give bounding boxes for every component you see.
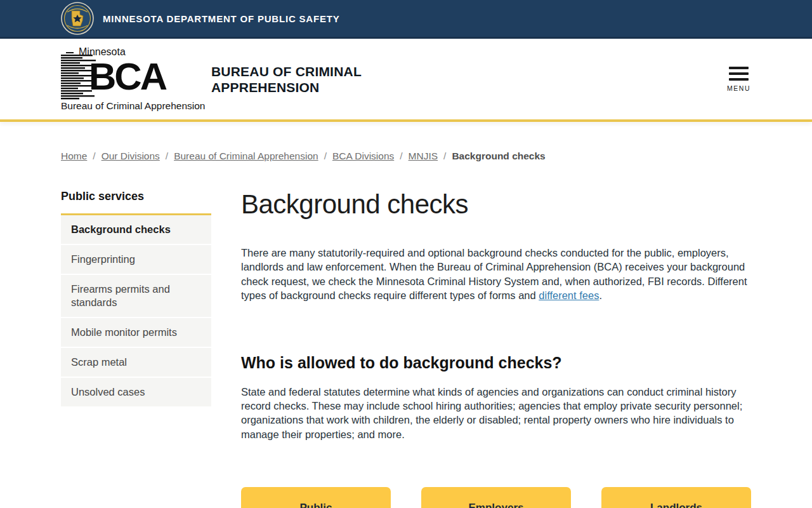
bca-logo-acronym: BCA	[89, 58, 166, 96]
breadcrumb-separator: /	[400, 150, 402, 161]
button-public[interactable]: Public	[241, 487, 391, 508]
sidebar-item-unsolved-cases[interactable]: Unsolved cases	[61, 378, 211, 406]
sidebar-item-firearms-permits-and-standards[interactable]: Firearms permits and standards	[61, 275, 211, 317]
breadcrumb-link-bureau-of-criminal-apprehension[interactable]: Bureau of Criminal Apprehension	[174, 150, 318, 161]
section-heading: Who is allowed to do background checks?	[241, 354, 751, 371]
breadcrumb-link-our-divisions[interactable]: Our Divisions	[102, 150, 160, 161]
breadcrumb: Home/Our Divisions/Bureau of Criminal Ap…	[61, 150, 751, 163]
sidebar-item-label: Mobile monitor permits	[61, 318, 211, 347]
menu-label: MENU	[727, 84, 750, 92]
sidebar-item-scrap-metal[interactable]: Scrap metal	[61, 348, 211, 377]
site-header: Minnesota BCA B	[0, 39, 812, 119]
breadcrumb-current: Background checks	[452, 150, 545, 161]
sidebar: Public services Background checksFingerp…	[61, 190, 211, 406]
intro-text-before: There are many statutorily-required and …	[241, 247, 747, 301]
breadcrumb-link-bca-divisions[interactable]: BCA Divisions	[332, 150, 394, 161]
dps-seal-icon	[61, 2, 94, 35]
site-title-line2: APPREHENSION	[211, 79, 362, 95]
gold-divider	[0, 119, 812, 122]
sidebar-item-label: Fingerprinting	[61, 245, 211, 274]
sidebar-list: Background checksFingerprintingFirearms …	[61, 213, 211, 406]
breadcrumb-separator: /	[324, 150, 327, 161]
different-fees-link[interactable]: different fees	[539, 290, 599, 301]
intro-text-after: .	[599, 290, 602, 301]
bca-logo-minnesota-label: Minnesota	[61, 47, 197, 57]
breadcrumb-link-home[interactable]: Home	[61, 150, 87, 161]
sidebar-item-mobile-monitor-permits[interactable]: Mobile monitor permits	[61, 318, 211, 347]
page: MINNESOTA DEPARTMENT OF PUBLIC SAFETY Mi…	[0, 0, 812, 508]
sidebar-item-label: Background checks	[61, 215, 211, 244]
main-content: Background checks There are many statuto…	[241, 190, 751, 508]
breadcrumb-link-mnjis[interactable]: MNJIS	[409, 150, 438, 161]
button-landlords[interactable]: Landlords	[601, 487, 751, 508]
bca-logo[interactable]: Minnesota BCA B	[61, 47, 197, 112]
sidebar-item-label: Scrap metal	[61, 348, 211, 377]
menu-button[interactable]: MENU	[727, 67, 750, 92]
page-title: Background checks	[241, 190, 751, 219]
agency-title: MINNESOTA DEPARTMENT OF PUBLIC SAFETY	[103, 13, 340, 24]
section-paragraph: State and federal statutes determine wha…	[241, 385, 751, 442]
button-employers[interactable]: Employers	[421, 487, 571, 508]
topbar: MINNESOTA DEPARTMENT OF PUBLIC SAFETY	[0, 0, 812, 39]
hamburger-icon	[729, 67, 749, 81]
sidebar-item-label: Firearms permits and standards	[61, 275, 211, 317]
sidebar-heading: Public services	[61, 190, 211, 203]
breadcrumb-separator: /	[93, 150, 95, 161]
sidebar-item-label: Unsolved cases	[61, 378, 211, 406]
sidebar-item-background-checks[interactable]: Background checks	[61, 215, 211, 244]
bca-logo-bureau-label: Bureau of Criminal Apprehension	[61, 100, 197, 112]
site-title-line1: BUREAU OF CRIMINAL	[211, 64, 362, 79]
site-title: BUREAU OF CRIMINAL APPREHENSION	[211, 64, 362, 95]
audience-buttons: PublicEmployersLandlords	[241, 487, 751, 508]
breadcrumb-separator: /	[443, 150, 446, 161]
intro-paragraph: There are many statutorily-required and …	[241, 246, 751, 303]
sidebar-item-fingerprinting[interactable]: Fingerprinting	[61, 245, 211, 274]
breadcrumb-separator: /	[166, 150, 168, 161]
